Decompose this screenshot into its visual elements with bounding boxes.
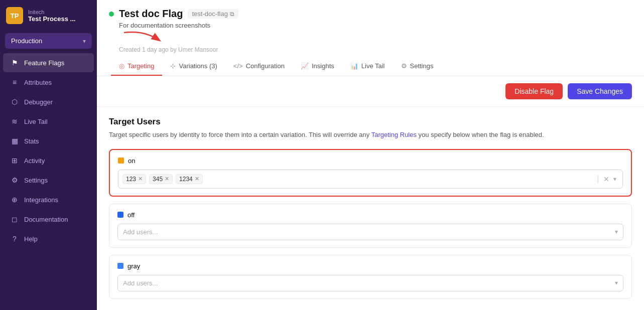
documentation-icon: ◻ [10,215,19,224]
attributes-icon: ≡ [10,78,19,87]
configuration-tab-icon: </> [233,62,243,70]
targeting-tab-icon: ◎ [119,62,124,70]
sidebar-item-help[interactable]: ? Help [3,229,94,248]
help-icon: ? [10,234,19,243]
integrations-icon: ⊕ [10,195,19,204]
sidebar-item-settings[interactable]: ⚙ Settings [3,171,94,190]
sidebar-app-info: Initech Test Process ... [28,9,75,23]
tag-1234: 1234 ✕ [176,174,203,184]
variation-name-off: off [127,211,135,219]
flag-status-indicator [109,12,114,17]
sidebar-item-documentation[interactable]: ◻ Documentation [3,210,94,229]
sidebar-item-label: Help [24,235,38,243]
flag-title-row: Test doc Flag test-doc-flag ⧉ [109,8,632,20]
flag-title: Test doc Flag [119,8,183,20]
sidebar-item-feature-flags[interactable]: ⚑ Feature Flags [3,53,94,72]
target-users-title: Target Users [109,117,632,127]
debugger-icon: ⬡ [10,97,19,106]
add-users-dropdown-off[interactable]: ▾ [615,228,618,235]
main-content: Test doc Flag test-doc-flag ⧉ For docume… [97,0,644,310]
variation-label-row-off: off [117,211,623,219]
sidebar-item-activity[interactable]: ⊞ Activity [3,151,94,170]
variation-dot-on [118,158,124,164]
chevron-down-icon: ▾ [83,38,86,45]
sidebar-header: TP Initech Test Process ... [0,0,97,31]
flag-meta: Created 1 day ago by Umer Mansoor [119,46,632,53]
tags-dropdown-button-on[interactable]: ▾ [611,176,618,183]
sidebar-item-label: Documentation [24,216,68,223]
insights-tab-icon: 📈 [301,62,309,70]
tags-controls-on: ✕ ▾ [598,175,618,183]
remove-tag-123[interactable]: ✕ [138,176,143,182]
remove-tag-1234[interactable]: ✕ [195,176,199,182]
flag-header: Test doc Flag test-doc-flag ⧉ For docume… [97,0,644,76]
flag-description: For documentation screenshots [119,22,632,29]
add-users-input-off[interactable]: Add users... ▾ [117,224,623,240]
sidebar: TP Initech Test Process ... Production ▾… [0,0,97,310]
add-users-input-gray[interactable]: Add users... ▾ [117,275,623,291]
tags-input-on[interactable]: 123 ✕ 345 ✕ 1234 ✕ ✕ ▾ [118,170,623,189]
tab-variations[interactable]: ⊹ Variations (3) [162,57,225,76]
variation-card-on: on 123 ✕ 345 ✕ 1234 ✕ ✕ ▾ [109,149,632,197]
sidebar-nav: ⚑ Feature Flags ≡ Attributes ⬡ Debugger … [0,53,97,249]
remove-tag-345[interactable]: ✕ [165,176,169,182]
targeting-rules-link[interactable]: Targeting Rules [371,131,417,138]
sidebar-item-label: Attributes [24,79,52,86]
disable-flag-button[interactable]: Disable Flag [505,83,563,99]
sidebar-bottom: ◻ Documentation ? Help [0,210,97,248]
variation-card-gray: gray Add users... ▾ [109,255,632,299]
save-changes-button[interactable]: Save Changes [568,83,632,99]
live-tail-icon: ≋ [10,117,19,126]
sidebar-item-label: Integrations [24,196,58,204]
toolbar: Disable Flag Save Changes [97,76,644,107]
tag-123: 123 ✕ [122,174,146,184]
add-users-dropdown-gray[interactable]: ▾ [615,279,618,286]
activity-icon: ⊞ [10,156,19,165]
variation-dot-off [117,212,123,218]
tab-configuration[interactable]: </> Configuration [225,57,293,76]
settings-icon: ⚙ [10,176,19,185]
sidebar-app-name: Test Process ... [28,15,75,23]
sidebar-item-integrations[interactable]: ⊕ Integrations [3,190,94,209]
sidebar-item-attributes[interactable]: ≡ Attributes [3,73,94,92]
stats-icon: ▦ [10,136,19,145]
sidebar-logo: TP [6,7,23,24]
sidebar-item-live-tail[interactable]: ≋ Live Tail [3,112,94,131]
variation-card-off: off Add users... ▾ [109,204,632,248]
tab-live-tail[interactable]: 📊 Live Tail [342,57,393,76]
target-users-description: Target specific users by identity to for… [109,130,632,140]
sidebar-item-label: Live Tail [24,118,48,125]
variation-name-gray: gray [127,262,140,270]
add-users-placeholder-off: Add users... [123,228,615,236]
environment-label: Production [11,37,42,45]
tab-bar: ◎ Targeting ⊹ Variations (3) </> Configu… [111,57,632,76]
tags-clear-button-on[interactable]: ✕ [601,175,611,183]
sidebar-item-label: Stats [24,137,39,145]
tab-targeting[interactable]: ◎ Targeting [111,57,162,76]
tab-settings[interactable]: ⚙ Settings [393,57,442,76]
variation-label-row-gray: gray [117,262,623,270]
sidebar-company-name: Initech [28,9,75,15]
sidebar-item-label: Feature Flags [24,59,64,67]
variation-dot-gray [117,263,123,269]
variations-tab-icon: ⊹ [170,62,176,70]
add-users-placeholder-gray: Add users... [123,279,615,287]
flag-icon: ⚑ [10,58,19,67]
annotation-arrow [119,30,179,45]
copy-icon[interactable]: ⧉ [230,11,234,18]
tab-insights[interactable]: 📈 Insights [293,57,342,76]
sidebar-item-label: Activity [24,157,45,165]
flag-slug: test-doc-flag ⧉ [188,9,238,19]
settings-tab-icon: ⚙ [401,62,407,70]
variation-label-row-on: on [118,157,623,165]
tag-345: 345 ✕ [149,174,173,184]
sidebar-item-label: Settings [24,177,48,184]
environment-selector[interactable]: Production ▾ [5,33,92,49]
live-tail-tab-icon: 📊 [350,62,358,70]
variation-name-on: on [128,157,135,165]
sidebar-item-debugger[interactable]: ⬡ Debugger [3,92,94,111]
sidebar-item-stats[interactable]: ▦ Stats [3,131,94,150]
content-area: Target Users Target specific users by id… [97,107,644,310]
sidebar-item-label: Debugger [24,98,53,106]
